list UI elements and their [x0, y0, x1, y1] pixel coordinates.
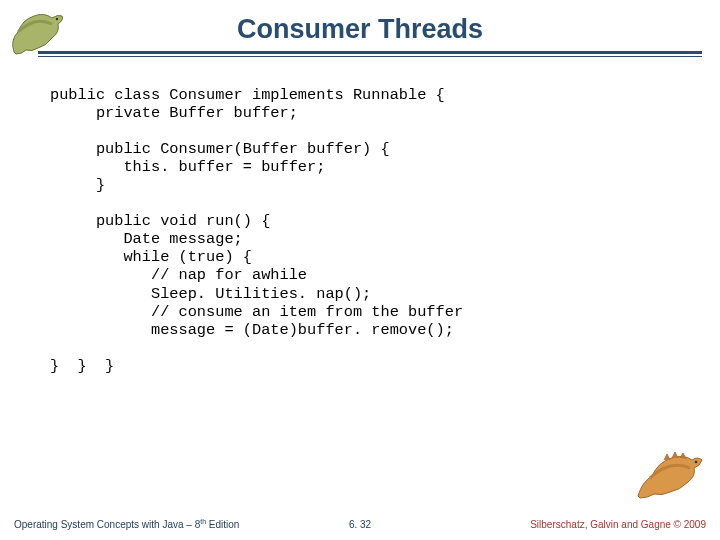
header-divider [38, 51, 702, 57]
code-line: public Consumer(Buffer buffer) { [50, 140, 390, 158]
svg-point-1 [695, 461, 698, 464]
code-line: } [50, 176, 105, 194]
footer-left: Operating System Concepts with Java – 8t… [14, 518, 239, 530]
code-line: message = (Date)buffer. remove(); [50, 321, 454, 339]
code-line: Date message; [50, 230, 243, 248]
footer-page-number: 6. 32 [349, 519, 371, 530]
code-line: this. buffer = buffer; [50, 158, 325, 176]
slide-content: public class Consumer implements Runnabl… [50, 86, 690, 375]
code-line: public class Consumer implements Runnabl… [50, 86, 445, 104]
footer-left-suffix: Edition [206, 519, 239, 530]
code-line: // consume an item from the buffer [50, 303, 463, 321]
footer-left-prefix: Operating System Concepts with Java – 8 [14, 519, 200, 530]
code-line: public void run() { [50, 212, 270, 230]
code-block: public class Consumer implements Runnabl… [50, 86, 690, 375]
slide-header: Consumer Threads [0, 0, 720, 57]
slide-title: Consumer Threads [0, 14, 720, 45]
code-line: Sleep. Utilities. nap(); [50, 285, 371, 303]
dinosaur-right-icon [634, 446, 706, 506]
code-line: // nap for awhile [50, 266, 307, 284]
footer-copyright: Silberschatz, Galvin and Gagne © 2009 [530, 519, 706, 530]
code-line: } } } [50, 357, 114, 375]
slide: Consumer Threads public class Consumer i… [0, 0, 720, 540]
code-line: while (true) { [50, 248, 252, 266]
svg-point-0 [56, 18, 58, 20]
code-line: private Buffer buffer; [50, 104, 298, 122]
slide-footer: Operating System Concepts with Java – 8t… [0, 510, 720, 530]
